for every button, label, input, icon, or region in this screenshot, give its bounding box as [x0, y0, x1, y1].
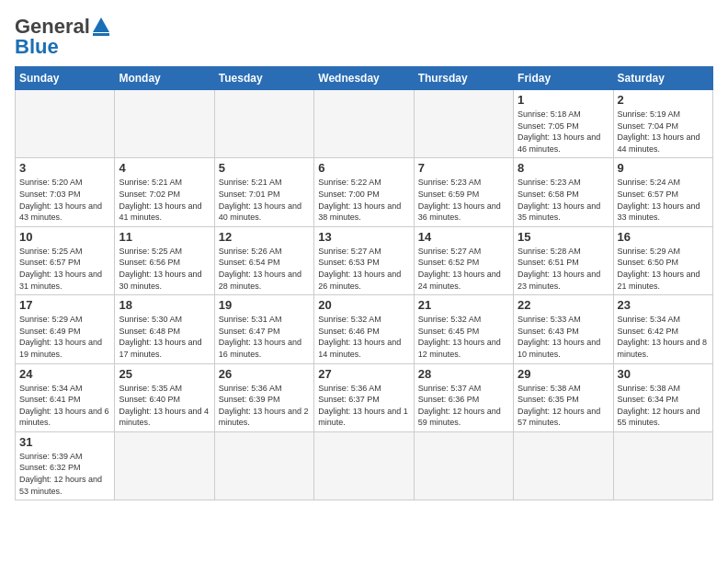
day-info: Sunrise: 5:33 AM Sunset: 6:43 PM Dayligh…: [518, 314, 609, 360]
calendar-week-row: 24Sunrise: 5:34 AM Sunset: 6:41 PM Dayli…: [16, 363, 713, 431]
weekday-header-friday: Friday: [514, 67, 613, 90]
calendar-day-cell: 18Sunrise: 5:30 AM Sunset: 6:48 PM Dayli…: [115, 295, 214, 363]
calendar-day-cell: [115, 90, 214, 158]
day-number: 24: [19, 367, 110, 381]
calendar-week-row: 31Sunrise: 5:39 AM Sunset: 6:32 PM Dayli…: [16, 431, 713, 500]
day-info: Sunrise: 5:18 AM Sunset: 7:05 PM Dayligh…: [518, 109, 609, 155]
header: General Blue: [15, 15, 713, 59]
day-info: Sunrise: 5:25 AM Sunset: 6:56 PM Dayligh…: [119, 246, 210, 292]
day-info: Sunrise: 5:32 AM Sunset: 6:45 PM Dayligh…: [418, 314, 509, 360]
weekday-header-sunday: Sunday: [16, 67, 115, 90]
calendar-day-cell: 4Sunrise: 5:21 AM Sunset: 7:02 PM Daylig…: [115, 158, 214, 226]
day-number: 5: [219, 161, 310, 175]
calendar-day-cell: 8Sunrise: 5:23 AM Sunset: 6:58 PM Daylig…: [514, 158, 613, 226]
page: General Blue SundayMondayTuesdayWednesda…: [0, 0, 728, 563]
day-info: Sunrise: 5:34 AM Sunset: 6:42 PM Dayligh…: [618, 314, 709, 360]
day-number: 17: [19, 298, 110, 312]
day-number: 30: [618, 367, 709, 381]
day-info: Sunrise: 5:36 AM Sunset: 6:39 PM Dayligh…: [219, 383, 310, 429]
calendar-day-cell: 3Sunrise: 5:20 AM Sunset: 7:03 PM Daylig…: [16, 158, 115, 226]
calendar-day-cell: [514, 431, 613, 500]
day-info: Sunrise: 5:23 AM Sunset: 6:59 PM Dayligh…: [418, 177, 509, 223]
calendar-day-cell: 1Sunrise: 5:18 AM Sunset: 7:05 PM Daylig…: [514, 90, 613, 158]
calendar-week-row: 10Sunrise: 5:25 AM Sunset: 6:57 PM Dayli…: [16, 226, 713, 294]
day-info: Sunrise: 5:29 AM Sunset: 6:49 PM Dayligh…: [19, 314, 110, 360]
calendar-day-cell: [214, 431, 313, 500]
day-number: 29: [518, 367, 609, 381]
day-number: 11: [119, 230, 210, 244]
calendar-week-row: 3Sunrise: 5:20 AM Sunset: 7:03 PM Daylig…: [16, 158, 713, 226]
day-info: Sunrise: 5:31 AM Sunset: 6:47 PM Dayligh…: [219, 314, 310, 360]
calendar-day-cell: [414, 90, 513, 158]
calendar-day-cell: 2Sunrise: 5:19 AM Sunset: 7:04 PM Daylig…: [613, 90, 712, 158]
calendar-day-cell: 31Sunrise: 5:39 AM Sunset: 6:32 PM Dayli…: [16, 431, 115, 500]
day-number: 12: [219, 230, 310, 244]
day-info: Sunrise: 5:34 AM Sunset: 6:41 PM Dayligh…: [19, 383, 110, 429]
weekday-header-tuesday: Tuesday: [214, 67, 313, 90]
calendar-day-cell: 5Sunrise: 5:21 AM Sunset: 7:01 PM Daylig…: [214, 158, 313, 226]
calendar-day-cell: 13Sunrise: 5:27 AM Sunset: 6:53 PM Dayli…: [314, 226, 414, 294]
calendar-day-cell: 9Sunrise: 5:24 AM Sunset: 6:57 PM Daylig…: [613, 158, 712, 226]
day-info: Sunrise: 5:39 AM Sunset: 6:32 PM Dayligh…: [19, 451, 110, 497]
day-number: 20: [318, 298, 409, 312]
weekday-header-monday: Monday: [115, 67, 214, 90]
day-info: Sunrise: 5:22 AM Sunset: 7:00 PM Dayligh…: [318, 177, 409, 223]
calendar-day-cell: 17Sunrise: 5:29 AM Sunset: 6:49 PM Dayli…: [16, 295, 115, 363]
calendar-day-cell: [16, 90, 115, 158]
calendar-day-cell: [613, 431, 712, 500]
calendar-day-cell: [314, 431, 414, 500]
day-number: 7: [418, 161, 509, 175]
day-number: 9: [618, 161, 709, 175]
calendar-day-cell: 29Sunrise: 5:38 AM Sunset: 6:35 PM Dayli…: [514, 363, 613, 431]
calendar-week-row: 17Sunrise: 5:29 AM Sunset: 6:49 PM Dayli…: [16, 295, 713, 363]
day-number: 25: [119, 367, 210, 381]
day-number: 13: [318, 230, 409, 244]
calendar-day-cell: [115, 431, 214, 500]
calendar-day-cell: 15Sunrise: 5:28 AM Sunset: 6:51 PM Dayli…: [514, 226, 613, 294]
calendar-day-cell: 19Sunrise: 5:31 AM Sunset: 6:47 PM Dayli…: [214, 295, 313, 363]
day-number: 26: [219, 367, 310, 381]
calendar-day-cell: 23Sunrise: 5:34 AM Sunset: 6:42 PM Dayli…: [613, 295, 712, 363]
calendar-day-cell: 10Sunrise: 5:25 AM Sunset: 6:57 PM Dayli…: [16, 226, 115, 294]
day-number: 18: [119, 298, 210, 312]
calendar-day-cell: 22Sunrise: 5:33 AM Sunset: 6:43 PM Dayli…: [514, 295, 613, 363]
day-info: Sunrise: 5:38 AM Sunset: 6:35 PM Dayligh…: [518, 383, 609, 429]
calendar-day-cell: 25Sunrise: 5:35 AM Sunset: 6:40 PM Dayli…: [115, 363, 214, 431]
weekday-header-thursday: Thursday: [414, 67, 513, 90]
day-info: Sunrise: 5:24 AM Sunset: 6:57 PM Dayligh…: [618, 177, 709, 223]
day-info: Sunrise: 5:38 AM Sunset: 6:34 PM Dayligh…: [618, 383, 709, 429]
calendar-day-cell: [414, 431, 513, 500]
day-number: 15: [518, 230, 609, 244]
day-number: 4: [119, 161, 210, 175]
weekday-header-row: SundayMondayTuesdayWednesdayThursdayFrid…: [16, 67, 713, 90]
weekday-header-wednesday: Wednesday: [314, 67, 414, 90]
day-number: 22: [518, 298, 609, 312]
calendar: SundayMondayTuesdayWednesdayThursdayFrid…: [15, 66, 713, 500]
day-info: Sunrise: 5:32 AM Sunset: 6:46 PM Dayligh…: [318, 314, 409, 360]
day-info: Sunrise: 5:28 AM Sunset: 6:51 PM Dayligh…: [518, 246, 609, 292]
day-info: Sunrise: 5:27 AM Sunset: 6:52 PM Dayligh…: [418, 246, 509, 292]
calendar-week-row: 1Sunrise: 5:18 AM Sunset: 7:05 PM Daylig…: [16, 90, 713, 158]
calendar-day-cell: 20Sunrise: 5:32 AM Sunset: 6:46 PM Dayli…: [314, 295, 414, 363]
day-number: 16: [618, 230, 709, 244]
day-info: Sunrise: 5:26 AM Sunset: 6:54 PM Dayligh…: [219, 246, 310, 292]
calendar-day-cell: [314, 90, 414, 158]
calendar-day-cell: 27Sunrise: 5:36 AM Sunset: 6:37 PM Dayli…: [314, 363, 414, 431]
calendar-day-cell: 11Sunrise: 5:25 AM Sunset: 6:56 PM Dayli…: [115, 226, 214, 294]
day-number: 27: [318, 367, 409, 381]
day-info: Sunrise: 5:35 AM Sunset: 6:40 PM Dayligh…: [119, 383, 210, 429]
calendar-day-cell: 16Sunrise: 5:29 AM Sunset: 6:50 PM Dayli…: [613, 226, 712, 294]
day-number: 6: [318, 161, 409, 175]
day-number: 2: [618, 93, 709, 107]
day-number: 19: [219, 298, 310, 312]
calendar-day-cell: 7Sunrise: 5:23 AM Sunset: 6:59 PM Daylig…: [414, 158, 513, 226]
day-info: Sunrise: 5:20 AM Sunset: 7:03 PM Dayligh…: [19, 177, 110, 223]
day-info: Sunrise: 5:29 AM Sunset: 6:50 PM Dayligh…: [618, 246, 709, 292]
calendar-day-cell: 12Sunrise: 5:26 AM Sunset: 6:54 PM Dayli…: [214, 226, 313, 294]
day-info: Sunrise: 5:27 AM Sunset: 6:53 PM Dayligh…: [318, 246, 409, 292]
day-info: Sunrise: 5:36 AM Sunset: 6:37 PM Dayligh…: [318, 383, 409, 429]
day-number: 3: [19, 161, 110, 175]
logo-blue: Blue: [15, 35, 59, 59]
day-number: 21: [418, 298, 509, 312]
day-number: 28: [418, 367, 509, 381]
